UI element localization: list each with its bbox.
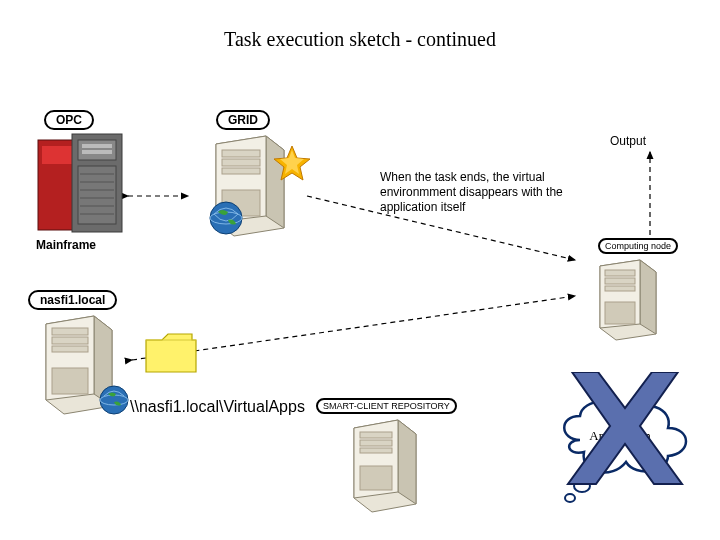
svg-rect-37: [360, 448, 392, 453]
path-text: \\nasfi1.local\VirtualApps: [130, 398, 300, 416]
svg-rect-38: [360, 466, 392, 490]
svg-rect-32: [52, 368, 88, 394]
svg-rect-28: [605, 302, 635, 324]
slide-title: Task execution sketch - continued: [0, 28, 720, 51]
svg-point-23: [210, 202, 242, 234]
svg-rect-10: [78, 166, 116, 224]
smart-repo-label: SMART-CLIENT REPOSITORY: [316, 398, 457, 414]
svg-rect-36: [360, 440, 392, 446]
svg-rect-27: [605, 286, 635, 291]
mainframe-caption: Mainframe: [36, 238, 96, 252]
svg-rect-8: [82, 144, 112, 148]
svg-rect-9: [82, 150, 112, 154]
explanation-text: When the task ends, the virtual environm…: [380, 170, 620, 215]
opc-label: OPC: [44, 110, 94, 130]
svg-rect-35: [360, 432, 392, 438]
svg-rect-30: [52, 337, 88, 344]
smart-repo-server-icon: [336, 416, 436, 520]
svg-point-33: [100, 386, 128, 414]
svg-rect-17: [222, 150, 260, 157]
folder-icon: [142, 330, 200, 382]
mainframe-icon: [30, 132, 130, 241]
svg-rect-19: [222, 168, 260, 174]
grid-label: GRID: [216, 110, 270, 130]
svg-rect-25: [605, 270, 635, 276]
nasfi-label: nasfi1.local: [28, 290, 117, 310]
svg-rect-29: [52, 328, 88, 335]
svg-rect-26: [605, 278, 635, 284]
output-label: Output: [610, 134, 646, 148]
svg-rect-31: [52, 346, 88, 352]
nasfi-server-icon: [28, 312, 138, 424]
computing-node-server-icon: [586, 256, 672, 348]
delete-x-icon: [560, 372, 690, 496]
svg-rect-18: [222, 159, 260, 166]
computing-node-label: Computing node: [598, 238, 678, 254]
grid-server-icon: [196, 132, 311, 246]
